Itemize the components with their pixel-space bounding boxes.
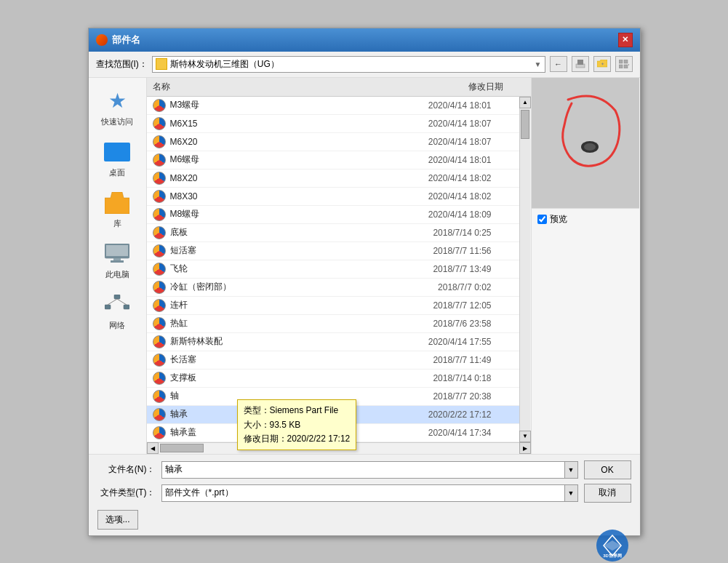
table-row[interactable]: M8螺母 2020/4/14 18:09 bbox=[147, 206, 519, 224]
file-name: 热缸 bbox=[170, 317, 371, 330]
new-folder-button[interactable]: ✦ bbox=[593, 56, 611, 72]
col-name-header[interactable]: 名称 bbox=[153, 81, 372, 93]
svg-line-16 bbox=[117, 299, 127, 305]
table-row[interactable]: 支撑板 2018/7/14 0:18 bbox=[147, 370, 519, 388]
sidebar-item-network[interactable]: 网络 bbox=[92, 289, 143, 334]
file-date: 2018/7/7 11:56 bbox=[371, 246, 513, 256]
main-area: ★ 快速访问 桌面 库 bbox=[89, 78, 640, 454]
h-scroll-right-arrow[interactable]: ▶ bbox=[519, 442, 531, 454]
file-icon bbox=[153, 153, 166, 167]
view-button[interactable]: ▾ bbox=[615, 56, 633, 72]
sidebar-item-quick-access[interactable]: ★ 快速访问 bbox=[92, 85, 143, 130]
table-row[interactable]: 底板 2018/7/14 0:25 bbox=[147, 224, 519, 242]
filetype-dropdown-arrow[interactable]: ▼ bbox=[564, 485, 577, 501]
file-name: M6螺母 bbox=[170, 153, 371, 166]
table-row[interactable]: M6X15 2020/4/14 18:07 bbox=[147, 115, 519, 133]
file-icon bbox=[153, 408, 166, 421]
table-row[interactable]: 轴 2018/7/7 20:38 bbox=[147, 388, 519, 406]
filename-input[interactable] bbox=[162, 463, 564, 476]
svg-rect-3 bbox=[619, 60, 623, 63]
table-row[interactable]: M6螺母 2020/4/14 18:01 bbox=[147, 151, 519, 169]
table-row[interactable]: 短活塞 2018/7/7 11:56 bbox=[147, 242, 519, 260]
scroll-track[interactable] bbox=[520, 108, 530, 431]
table-row[interactable]: 热缸 2018/7/6 23:58 bbox=[147, 315, 519, 333]
file-icon bbox=[153, 390, 166, 403]
col-date-header[interactable]: 修改日期 bbox=[372, 81, 525, 93]
close-button[interactable]: ✕ bbox=[618, 33, 633, 47]
file-name: 连杆 bbox=[170, 299, 371, 311]
table-row[interactable]: 新斯特林装配 2020/4/14 17:55 bbox=[147, 333, 519, 351]
sidebar-label-quick-access: 快速访问 bbox=[101, 116, 133, 127]
computer-icon bbox=[104, 241, 130, 267]
svg-rect-13 bbox=[105, 305, 111, 309]
file-name: M6X15 bbox=[170, 119, 371, 129]
table-row[interactable]: M3螺母 2020/4/14 18:01 bbox=[147, 97, 519, 115]
file-list: M3螺母 2020/4/14 18:01 M6X15 2020/4/14 18:… bbox=[147, 97, 519, 442]
preview-checkbox-row: 预览 bbox=[532, 209, 640, 230]
back-button[interactable]: ← bbox=[550, 56, 567, 72]
file-name: M3螺母 bbox=[170, 99, 371, 111]
scroll-thumb[interactable] bbox=[521, 110, 529, 139]
scroll-down-arrow[interactable]: ▼ bbox=[519, 431, 531, 442]
file-icon bbox=[153, 190, 166, 203]
file-icon bbox=[153, 372, 166, 385]
file-date: 2020/4/14 17:55 bbox=[371, 337, 513, 347]
up-button[interactable] bbox=[572, 56, 589, 72]
file-icon bbox=[153, 263, 166, 276]
table-row[interactable]: M8X20 2020/4/14 18:02 bbox=[147, 169, 519, 188]
path-text: 斯特林发动机三维图（UG） bbox=[170, 58, 535, 71]
table-row[interactable]: M6X20 2020/4/14 18:07 bbox=[147, 133, 519, 151]
sidebar-item-desktop[interactable]: 桌面 bbox=[92, 136, 143, 181]
scroll-up-arrow[interactable]: ▲ bbox=[519, 97, 531, 108]
vertical-scrollbar[interactable]: ▲ ▼ bbox=[519, 97, 531, 442]
brand-watermark: 3D世界网 bbox=[593, 530, 633, 564]
table-row[interactable]: M8X30 2020/4/14 18:02 bbox=[147, 188, 519, 206]
table-row[interactable]: 轴承 2020/2/22 17:12 bbox=[147, 406, 519, 424]
path-combo[interactable]: 斯特林发动机三维图（UG） ▼ bbox=[152, 56, 545, 73]
file-date: 2018/7/6 23:58 bbox=[371, 319, 513, 329]
horizontal-scrollbar[interactable]: ◀ ▶ bbox=[147, 442, 531, 454]
svg-rect-6 bbox=[624, 65, 628, 68]
filetype-combo[interactable]: ▼ bbox=[161, 484, 578, 502]
file-date: 2018/7/7 20:38 bbox=[371, 391, 513, 402]
network-icon bbox=[104, 292, 130, 318]
h-scroll-thumb[interactable] bbox=[160, 444, 204, 452]
file-date: 2018/7/7 12:05 bbox=[371, 300, 513, 311]
file-icon bbox=[153, 335, 166, 348]
svg-text:3D世界网: 3D世界网 bbox=[603, 553, 622, 558]
file-name: 冷缸（密闭部） bbox=[170, 281, 371, 293]
cancel-button[interactable]: 取消 bbox=[584, 484, 631, 503]
svg-rect-5 bbox=[619, 65, 623, 68]
file-icon bbox=[153, 99, 166, 112]
preview-svg bbox=[532, 78, 639, 209]
filename-combo[interactable]: ▼ bbox=[161, 461, 578, 479]
h-scroll-left-arrow[interactable]: ◀ bbox=[147, 442, 159, 454]
ok-button[interactable]: OK bbox=[584, 460, 631, 479]
table-row[interactable]: 轴承盖 2020/4/14 17:34 bbox=[147, 424, 519, 442]
file-name: 长活塞 bbox=[170, 354, 371, 366]
filetype-input[interactable] bbox=[162, 487, 564, 500]
file-name: 飞轮 bbox=[170, 263, 371, 275]
preview-checkbox[interactable] bbox=[537, 215, 547, 224]
file-date: 2018/7/7 13:49 bbox=[371, 264, 513, 274]
file-icon bbox=[153, 117, 166, 130]
sidebar-label-network: 网络 bbox=[109, 320, 125, 331]
table-row[interactable]: 连杆 2018/7/7 12:05 bbox=[147, 297, 519, 315]
svg-rect-11 bbox=[111, 260, 124, 263]
table-row[interactable]: 冷缸（密闭部） 2018/7/7 0:02 bbox=[147, 279, 519, 297]
file-icon bbox=[153, 354, 166, 367]
sidebar-item-library[interactable]: 库 bbox=[92, 187, 143, 232]
file-list-container: M3螺母 2020/4/14 18:01 M6X15 2020/4/14 18:… bbox=[147, 97, 531, 442]
filename-dropdown-arrow[interactable]: ▼ bbox=[564, 462, 577, 478]
title-bar: 部件名 ✕ bbox=[89, 28, 640, 52]
preview-image bbox=[532, 78, 639, 209]
table-row[interactable]: 长活塞 2018/7/7 11:49 bbox=[147, 351, 519, 370]
file-date: 2018/7/14 0:25 bbox=[371, 228, 513, 238]
file-date: 2020/4/14 18:02 bbox=[371, 173, 513, 183]
filename-label: 文件名(N)： bbox=[97, 463, 156, 476]
star-icon: ★ bbox=[104, 88, 130, 114]
file-icon bbox=[153, 426, 166, 439]
table-row[interactable]: 飞轮 2018/7/7 13:49 bbox=[147, 260, 519, 279]
sidebar-item-computer[interactable]: 此电脑 bbox=[92, 238, 143, 283]
options-button[interactable]: 选项... bbox=[97, 510, 138, 530]
